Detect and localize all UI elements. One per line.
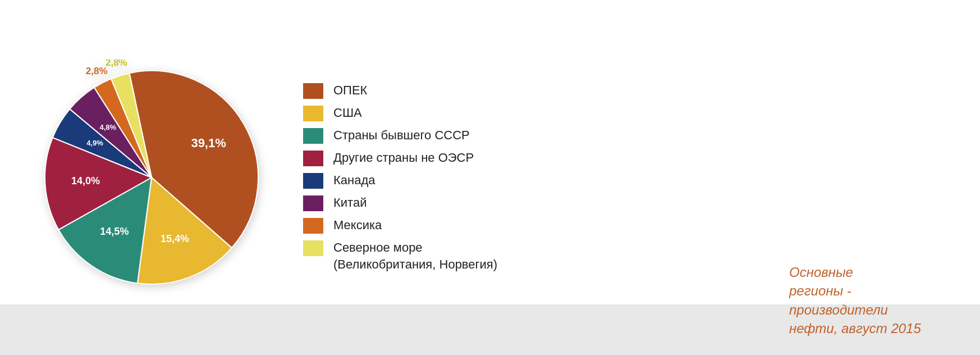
legend-item-3: Другие страны не ОЭСР	[303, 149, 767, 166]
legend-label-3: Другие страны не ОЭСР	[333, 149, 474, 166]
legend-item-2: Страны бывшего СССР	[303, 127, 767, 144]
legend-label-5: Китай	[333, 194, 367, 211]
pie-chart: 39,1%15,4%14,5%14,0%4,9%4,8%2,8%2,8%	[34, 60, 269, 295]
legend-color-0	[303, 83, 323, 99]
pie-label-1: 15,4%	[161, 233, 189, 244]
legend-color-3	[303, 151, 323, 166]
legend-color-5	[303, 195, 323, 211]
legend-label-7: Северное море(Великобритания, Норвегия)	[333, 239, 497, 272]
pie-label-0: 39,1%	[191, 136, 226, 150]
legend-color-4	[303, 173, 323, 189]
legend-color-1	[303, 106, 323, 121]
pie-outside-label-7: 2,8%	[106, 60, 127, 68]
legend-item-1: США	[303, 104, 767, 121]
pie-label-4: 4,9%	[86, 139, 103, 147]
sidebar-note: Основные регионы - производители нефти, …	[767, 263, 946, 344]
pie-label-5: 4,8%	[99, 123, 116, 131]
legend-label-6: Мексика	[333, 217, 382, 234]
legend-label-2: Страны бывшего СССР	[333, 127, 470, 144]
legend-label-1: США	[333, 104, 362, 121]
pie-label-2: 14,5%	[100, 226, 129, 237]
legend-area: ОПЕКСШАСтраны бывшего СССРДругие страны …	[269, 82, 767, 272]
legend-items: ОПЕКСШАСтраны бывшего СССРДругие страны …	[303, 82, 767, 272]
legend-item-6: Мексика	[303, 217, 767, 234]
page-wrapper: 39,1%15,4%14,5%14,0%4,9%4,8%2,8%2,8% ОПЕ…	[0, 0, 980, 355]
pie-label-3: 14,0%	[71, 175, 100, 186]
legend-item-7: Северное море(Великобритания, Норвегия)	[303, 239, 767, 272]
legend-label-0: ОПЕК	[333, 82, 367, 99]
legend-label-4: Канада	[333, 172, 375, 189]
legend-color-7	[303, 240, 323, 256]
note-text: Основные регионы - производители нефти, …	[789, 263, 946, 338]
legend-item-4: Канада	[303, 172, 767, 189]
content-wrapper: 39,1%15,4%14,5%14,0%4,9%4,8%2,8%2,8% ОПЕ…	[0, 0, 980, 355]
legend-item-0: ОПЕК	[303, 82, 767, 99]
pie-outside-label-6: 2,8%	[86, 66, 108, 76]
chart-area: 39,1%15,4%14,5%14,0%4,9%4,8%2,8%2,8%	[34, 60, 269, 295]
legend-color-2	[303, 128, 323, 144]
legend-item-5: Китай	[303, 194, 767, 211]
legend-color-6	[303, 218, 323, 234]
